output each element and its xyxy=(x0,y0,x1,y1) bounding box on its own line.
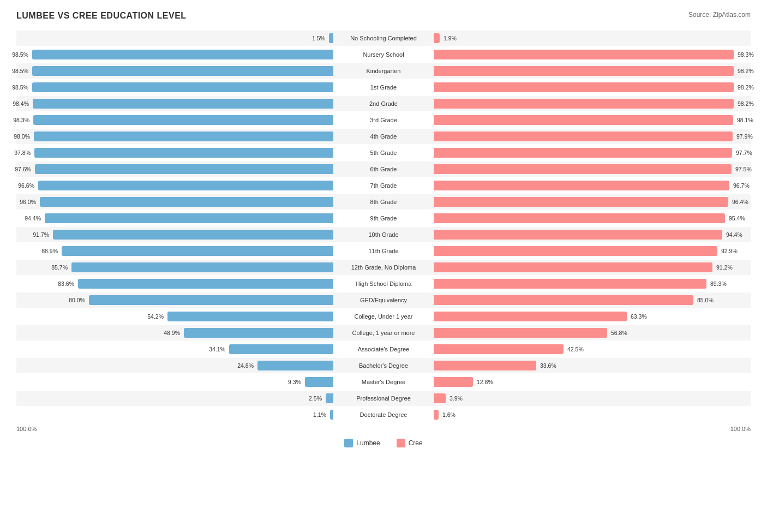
cree-value: 91.2% xyxy=(715,264,733,271)
right-bar-container: 96.4% xyxy=(433,194,751,210)
right-bar-container: 98.3% xyxy=(433,47,751,62)
bar-label: 12th Grade, No Diploma xyxy=(334,264,433,271)
cree-bar: 95.4% xyxy=(434,213,725,223)
bar-label: 9th Grade xyxy=(334,215,433,222)
lumbee-value: 83.6% xyxy=(58,280,76,287)
chart-row: 98.5% 1st Grade 98.2% xyxy=(16,80,751,95)
bar-label: Doctorate Degree xyxy=(334,411,433,418)
lumbee-bar: 98.5% xyxy=(32,66,333,76)
footer-labels: 100.0% 100.0% xyxy=(16,426,751,432)
left-bar-container: 96.0% xyxy=(16,194,334,210)
right-bar-container: 3.9% xyxy=(433,391,751,406)
bar-label: Nursery School xyxy=(334,51,433,58)
cree-bar: 96.7% xyxy=(434,181,729,190)
lumbee-value: 98.0% xyxy=(14,133,32,140)
right-bar-container: 56.8% xyxy=(433,325,751,340)
lumbee-value: 98.5% xyxy=(12,51,30,58)
right-bar-container: 97.9% xyxy=(433,129,751,144)
chart-row: 91.7% 10th Grade 94.4% xyxy=(16,227,751,242)
bar-label: 6th Grade xyxy=(334,166,433,172)
chart-row: 24.8% Bachelor's Degree 33.6% xyxy=(16,358,751,373)
chart-row: 98.4% 2nd Grade 98.2% xyxy=(16,96,751,111)
cree-value: 85.0% xyxy=(696,297,714,303)
lumbee-value: 54.2% xyxy=(147,313,165,320)
left-bar-container: 2.5% xyxy=(16,391,334,406)
lumbee-bar: 98.5% xyxy=(32,50,333,59)
lumbee-color-box xyxy=(344,439,353,447)
left-bar-container: 98.0% xyxy=(16,129,334,144)
right-bar-container: 98.2% xyxy=(433,63,751,79)
left-bar-container: 83.6% xyxy=(16,276,334,291)
cree-value: 97.9% xyxy=(735,133,753,140)
chart-header: LUMBEE VS CREE EDUCATION LEVEL Source: Z… xyxy=(16,11,751,21)
bar-label: 3rd Grade xyxy=(334,117,433,123)
right-bar-container: 42.5% xyxy=(433,342,751,357)
lumbee-value: 34.1% xyxy=(209,346,227,352)
left-bar-container: 34.1% xyxy=(16,342,334,357)
chart-row: 1.1% Doctorate Degree 1.6% xyxy=(16,407,751,422)
chart-row: 85.7% 12th Grade, No Diploma 91.2% xyxy=(16,260,751,275)
lumbee-bar: 85.7% xyxy=(71,262,333,272)
right-bar-container: 98.2% xyxy=(433,80,751,95)
cree-value: 96.7% xyxy=(732,182,750,189)
left-bar-container: 9.3% xyxy=(16,374,334,390)
cree-value: 98.2% xyxy=(736,84,754,91)
chart-row: 98.3% 3rd Grade 98.1% xyxy=(16,112,751,128)
chart-row: 9.3% Master's Degree 12.8% xyxy=(16,374,751,390)
lumbee-label: Lumbee xyxy=(356,439,380,447)
lumbee-value: 97.8% xyxy=(14,150,32,156)
lumbee-bar: 91.7% xyxy=(53,230,333,240)
bar-label: 5th Grade xyxy=(334,150,433,156)
left-bar-container: 97.6% xyxy=(16,162,334,177)
lumbee-bar: 1.5% xyxy=(329,33,333,43)
footer-right: 100.0% xyxy=(730,426,751,432)
cree-value: 98.3% xyxy=(736,51,754,58)
left-bar-container: 54.2% xyxy=(16,309,334,324)
lumbee-value: 98.5% xyxy=(12,84,30,91)
left-bar-container: 96.6% xyxy=(16,178,334,193)
bar-label: 4th Grade xyxy=(334,133,433,140)
bar-label: Master's Degree xyxy=(334,379,433,385)
cree-value: 95.4% xyxy=(727,215,745,222)
right-bar-container: 85.0% xyxy=(433,292,751,308)
cree-label: Cree xyxy=(409,439,423,447)
right-bar-container: 1.6% xyxy=(433,407,751,422)
cree-bar: 63.3% xyxy=(434,312,627,321)
lumbee-value: 98.5% xyxy=(12,68,30,74)
cree-bar: 92.9% xyxy=(434,246,717,256)
cree-value: 98.2% xyxy=(736,68,754,74)
lumbee-bar: 98.4% xyxy=(33,99,333,109)
lumbee-value: 2.5% xyxy=(309,395,323,402)
bar-label: 8th Grade xyxy=(334,199,433,205)
cree-value: 1.9% xyxy=(442,35,457,41)
left-bar-container: 24.8% xyxy=(16,358,334,373)
footer-left: 100.0% xyxy=(16,426,37,432)
cree-value: 92.9% xyxy=(720,248,738,254)
right-bar-container: 91.2% xyxy=(433,260,751,275)
cree-value: 56.8% xyxy=(609,330,627,336)
chart-row: 48.9% College, 1 year or more 56.8% xyxy=(16,325,751,340)
cree-bar: 33.6% xyxy=(434,361,536,370)
lumbee-value: 85.7% xyxy=(51,264,69,271)
cree-bar: 3.9% xyxy=(434,393,446,403)
lumbee-value: 1.5% xyxy=(312,35,327,41)
cree-bar: 89.3% xyxy=(434,279,706,289)
cree-bar: 98.3% xyxy=(434,50,734,59)
chart-row: 96.6% 7th Grade 96.7% xyxy=(16,178,751,193)
cree-value: 98.1% xyxy=(735,117,753,123)
lumbee-value: 24.8% xyxy=(237,362,255,369)
cree-color-box xyxy=(397,439,405,447)
chart-row: 88.9% 11th Grade 92.9% xyxy=(16,243,751,259)
lumbee-bar: 9.3% xyxy=(305,377,333,387)
lumbee-bar: 88.9% xyxy=(62,246,333,256)
lumbee-value: 80.0% xyxy=(69,297,87,303)
lumbee-value: 88.9% xyxy=(41,248,59,254)
cree-value: 42.5% xyxy=(566,346,584,352)
right-bar-container: 89.3% xyxy=(433,276,751,291)
lumbee-value: 48.9% xyxy=(164,330,182,336)
cree-value: 96.4% xyxy=(730,199,748,205)
cree-bar: 85.0% xyxy=(434,295,693,305)
left-bar-container: 80.0% xyxy=(16,292,334,308)
lumbee-bar: 96.0% xyxy=(40,197,333,207)
left-bar-container: 98.5% xyxy=(16,63,334,79)
